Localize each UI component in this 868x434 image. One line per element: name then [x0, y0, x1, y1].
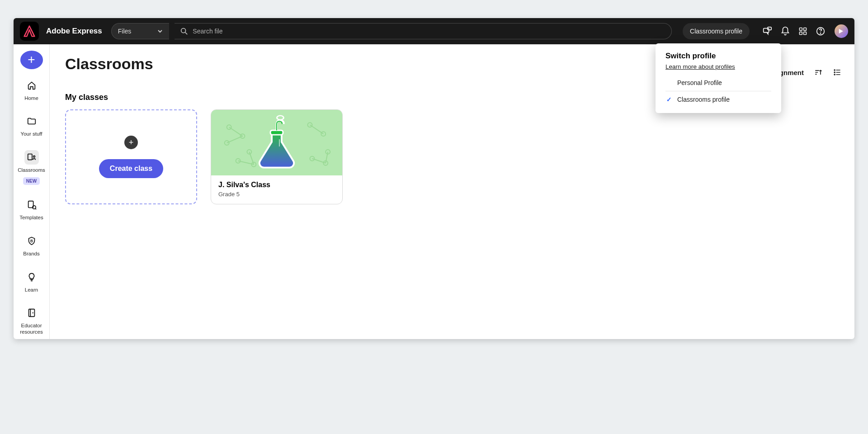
topbar-icon-group	[762, 24, 848, 38]
profile-chip[interactable]: Classrooms profile	[683, 23, 750, 39]
plus-circle-icon: +	[124, 136, 138, 149]
svg-rect-47	[270, 130, 283, 135]
folder-icon	[24, 114, 39, 128]
sidebar-label-educator-resources: Educator resources	[14, 323, 49, 335]
svg-line-45	[312, 158, 326, 163]
lightbulb-icon	[24, 270, 39, 284]
svg-point-23	[834, 70, 835, 71]
classrooms-icon	[24, 150, 39, 165]
svg-line-33	[227, 136, 243, 143]
search-input[interactable]	[193, 28, 666, 35]
sidebar-item-educator-resources[interactable]: Educator resources	[14, 302, 49, 339]
check-icon: ✓	[665, 96, 673, 103]
plus-icon: +	[28, 52, 35, 67]
profile-option-personal-label: Personal Profile	[677, 79, 722, 86]
new-badge: NEW	[23, 177, 40, 185]
classes-row: + Create class	[65, 109, 839, 204]
create-fab[interactable]: +	[20, 51, 43, 69]
svg-rect-7	[804, 32, 807, 35]
search-scope-label: Files	[118, 28, 132, 35]
home-icon	[24, 78, 39, 93]
popover-title: Switch profile	[665, 52, 771, 61]
learn-more-link[interactable]: Learn more about profiles	[665, 63, 735, 70]
create-class-button[interactable]: Create class	[99, 159, 163, 178]
svg-line-32	[229, 127, 243, 136]
svg-rect-4	[800, 28, 802, 31]
apps-grid-icon[interactable]	[798, 27, 807, 36]
class-grade: Grade 5	[218, 191, 335, 198]
sidebar-label-home: Home	[24, 95, 38, 102]
app-window: Adobe Express Files Classrooms profile +	[14, 18, 854, 339]
templates-icon	[24, 198, 39, 212]
sidebar-label-your-stuff: Your stuff	[21, 131, 42, 137]
svg-point-27	[834, 74, 835, 75]
svg-line-37	[238, 160, 254, 164]
svg-text:B: B	[30, 239, 33, 243]
svg-rect-10	[28, 154, 32, 160]
chevron-down-icon	[157, 28, 163, 34]
book-icon	[24, 306, 39, 320]
svg-line-1	[185, 33, 188, 35]
sidebar-label-brands: Brands	[23, 251, 39, 257]
search-icon	[180, 27, 188, 35]
svg-point-25	[834, 72, 835, 73]
class-thumbnail	[211, 110, 342, 175]
class-meta: J. Silva's Class Grade 5	[211, 175, 342, 204]
sidebar-label-templates: Templates	[19, 215, 43, 221]
sidebar: + Home Your stuff Classrooms NEW Templat…	[14, 44, 50, 339]
profile-chip-label: Classrooms profile	[690, 28, 742, 35]
svg-line-41	[310, 125, 323, 134]
svg-point-9	[820, 33, 821, 33]
list-view-icon[interactable]	[833, 68, 842, 77]
avatar[interactable]	[835, 24, 848, 38]
sidebar-item-brands[interactable]: B Brands	[14, 230, 49, 261]
svg-rect-5	[804, 28, 807, 31]
svg-line-14	[35, 208, 36, 209]
profile-option-classrooms-label: Classrooms profile	[677, 96, 730, 103]
sidebar-item-templates[interactable]: Templates	[14, 194, 49, 225]
sidebar-item-learn[interactable]: Learn	[14, 266, 49, 297]
search-scope-select[interactable]: Files	[111, 23, 170, 39]
class-name: J. Silva's Class	[218, 181, 335, 189]
sort-icon[interactable]	[814, 68, 823, 77]
search-input-wrap	[175, 23, 672, 39]
switch-profile-popover: Switch profile Learn more about profiles…	[656, 43, 781, 113]
feedback-icon[interactable]	[762, 26, 772, 36]
profile-option-personal[interactable]: Personal Profile	[665, 75, 771, 91]
adobe-logo-icon[interactable]	[20, 22, 39, 41]
sidebar-label-learn: Learn	[25, 287, 38, 293]
brand-name[interactable]: Adobe Express	[46, 27, 102, 36]
svg-point-11	[33, 156, 35, 158]
create-class-card[interactable]: + Create class	[65, 109, 197, 204]
svg-point-49	[278, 116, 283, 119]
svg-line-38	[249, 151, 254, 164]
sidebar-label-classrooms: Classrooms	[18, 167, 45, 174]
svg-rect-2	[764, 28, 769, 33]
sidebar-item-home[interactable]: Home	[14, 75, 49, 105]
brands-icon: B	[24, 234, 39, 248]
svg-point-0	[181, 28, 186, 33]
help-icon[interactable]	[816, 26, 826, 36]
sidebar-item-classrooms[interactable]: Classrooms NEW	[14, 146, 49, 189]
class-card[interactable]: J. Silva's Class Grade 5	[211, 109, 343, 204]
sidebar-item-your-stuff[interactable]: Your stuff	[14, 110, 49, 141]
svg-rect-6	[800, 32, 802, 35]
svg-point-31	[225, 141, 229, 145]
profile-option-classrooms[interactable]: ✓ Classrooms profile	[665, 91, 771, 108]
bell-icon[interactable]	[780, 26, 790, 36]
topbar: Adobe Express Files Classrooms profile	[14, 18, 854, 44]
